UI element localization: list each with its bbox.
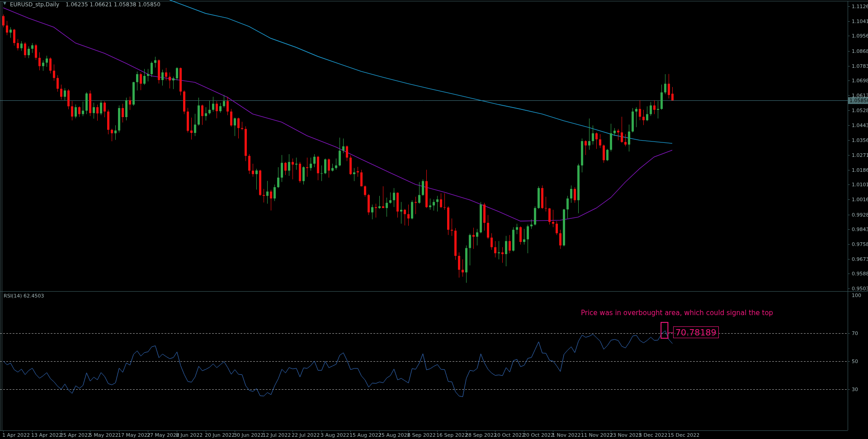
price-axis-label: 1.00160: [852, 196, 868, 202]
price-axis-label: 1.01860: [852, 167, 868, 173]
price-axis-label: 1.02710: [852, 152, 868, 158]
date-axis-label: 11 Nov 2022: [581, 432, 613, 438]
ohlc-values: 1.06235 1.06621 1.05838 1.05850: [66, 1, 160, 8]
price-axis-label: 1.04435: [852, 122, 868, 128]
price-axis-label: 1.09560: [852, 33, 868, 39]
price-axis-label: 0.98435: [852, 227, 868, 232]
date-axis-label: 22 Jul 2022: [292, 432, 320, 438]
rsi-name: RSI(14): [4, 293, 22, 299]
date-axis-label: 13 Apr 2022: [31, 432, 62, 438]
rsi-indicator-label: RSI(14) 62.4503: [4, 293, 44, 299]
date-axis-label: 10 Oct 2022: [494, 432, 525, 438]
date-axis-label: 17 May 2022: [118, 432, 151, 438]
rsi-axis-label: 50: [852, 359, 858, 364]
date-axis-label: 5 Dec 2022: [639, 432, 667, 438]
price-axis-label: 0.99285: [852, 212, 868, 217]
rsi-axis-label: 70: [852, 330, 858, 336]
price-axis-label: 1.05285: [852, 107, 868, 113]
date-axis-label: 5 May 2022: [89, 432, 118, 438]
date-axis-label: 15 Aug 2022: [349, 432, 381, 438]
rsi-axis-label: 100: [852, 293, 861, 298]
date-axis-label: 27 May 2022: [147, 432, 179, 438]
date-axis-label: 1 Nov 2022: [552, 432, 580, 438]
date-axis-label: 6 Sep 2022: [407, 432, 436, 438]
date-axis-label: 8 Jun 2022: [176, 432, 203, 438]
date-axis-label: 25 Apr 2022: [60, 432, 91, 438]
date-axis-label: 28 Sep 2022: [465, 432, 497, 438]
chart-menu-icon[interactable]: ▼: [3, 1, 6, 5]
date-axis-label: 12 Jul 2022: [263, 432, 291, 438]
price-axis-label: 1.03560: [852, 137, 868, 143]
overbought-annotation[interactable]: Price was in overbought area, which coul…: [581, 309, 773, 317]
date-axis-label: 1 Apr 2022: [2, 432, 30, 438]
rsi-current-value: 62.4503: [24, 293, 44, 299]
date-axis-label: 3 Aug 2022: [321, 432, 349, 438]
price-axis-label: 0.97585: [852, 241, 868, 247]
chart-canvas[interactable]: [0, 0, 868, 439]
symbol-period-label: EURUSD_stp,Daily: [10, 1, 59, 8]
price-axis-label: 0.95885: [852, 271, 868, 277]
price-axis-label: 1.01010: [852, 182, 868, 188]
price-axis-label: 0.95035: [852, 286, 868, 292]
price-axis-label: 1.06985: [852, 78, 868, 84]
date-axis-label: 16 Sep 2022: [436, 432, 468, 438]
date-axis-label: 23 Nov 2022: [610, 432, 642, 438]
price-axis-label: 1.10410: [852, 18, 868, 24]
price-axis-label: 1.08685: [852, 48, 868, 54]
price-axis-label: 0.96735: [852, 256, 868, 262]
chart-title: EURUSD_stp,Daily 1.06235 1.06621 1.05838…: [10, 1, 160, 8]
date-axis-label: 25 Aug 2022: [378, 432, 410, 438]
rsi-peak-value-label[interactable]: 70.78189: [673, 326, 719, 338]
date-axis-label: 20 Jun 2022: [205, 432, 235, 438]
date-axis-label: 20 Oct 2022: [523, 432, 554, 438]
rsi-axis-label: 30: [852, 387, 858, 392]
price-axis-label: 1.06135: [852, 93, 868, 99]
date-axis-label: 15 Dec 2022: [668, 432, 699, 438]
price-axis-label: 1.11260: [852, 4, 868, 9]
price-axis-label: 1.07835: [852, 63, 868, 69]
chart-window: ▼ EURUSD_stp,Daily 1.06235 1.06621 1.058…: [0, 0, 868, 439]
date-axis-label: 30 Jun 2022: [234, 432, 264, 438]
